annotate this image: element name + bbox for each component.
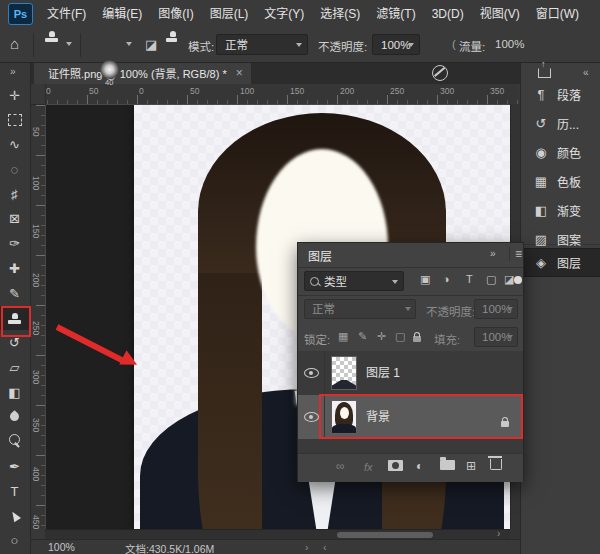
shape-layers-filter-icon[interactable]: ▢ [486,273,496,286]
dock-item-label: 段落 [557,86,581,103]
lock-artboard-icon[interactable]: ▢ [395,330,405,343]
add-layer-mask-icon[interactable] [388,457,403,474]
dock-item-label: 色板 [557,173,581,190]
layer-blend-mode-value: 正常 [312,303,335,315]
search-icon [310,277,319,286]
lasso-tool[interactable]: ∿ [0,133,29,157]
layer-opacity-select[interactable]: 100% [474,299,518,319]
eyedropper-tool[interactable]: ✑ [0,232,29,256]
lock-transparent-icon[interactable]: ▦ [338,330,348,343]
new-group-icon[interactable] [440,456,455,473]
scrollbar-thumb[interactable] [337,532,433,538]
brush-picker-dropdown-icon[interactable] [126,42,132,46]
layer-blend-mode-select[interactable]: 正常 [304,299,416,319]
dock-item-history[interactable]: ↺历... [521,109,600,137]
ellipse-icon: ○ [11,534,19,547]
spot-healing-brush-tool[interactable]: ✚ [0,256,29,280]
status-popup-arrow[interactable]: › [305,541,309,553]
h-ruler-label: 200 [340,86,354,96]
menu-edit[interactable]: 编辑(E) [94,1,150,28]
move-icon: ✛ [9,89,20,102]
visibility-toggle[interactable] [298,351,325,395]
pen-tool[interactable]: ✒ [0,454,29,478]
menu-window[interactable]: 窗口(W) [528,1,587,28]
v-ruler-label: 100 [31,176,41,190]
opacity-select[interactable]: 100% [372,34,420,55]
dock-item-paragraph[interactable]: ¶段落 [521,80,600,108]
type-layers-filter-icon[interactable]: T [466,273,473,285]
eraser-icon: ▱ [10,361,20,374]
ruler-corner [30,84,46,105]
path-selection-tool[interactable] [0,504,29,528]
menu-bar: Ps 文件(F)编辑(E)图像(I)图层(L)文字(Y)选择(S)滤镜(T)3D… [0,0,600,29]
export-icon[interactable] [538,68,551,78]
layer-row-layer1[interactable]: 图层 1 [298,351,523,395]
toggle-brush-settings-icon[interactable]: ◪ [145,37,157,52]
menu-image[interactable]: 图像(I) [150,1,201,28]
h-ruler-label: 0 [46,86,51,96]
lock-all-icon[interactable] [413,332,421,344]
airbrush-icon[interactable] [432,65,448,81]
layers-panel-footer: ∞ fx ◐ ⊞ [298,453,523,482]
toolbar-collapse-icon[interactable]: » [10,66,15,77]
dock-item-swatches[interactable]: ▦色板 [521,167,600,195]
scroll-right-arrow[interactable]: › [497,528,500,539]
background-layer-highlight-box [319,394,523,439]
brush-preview[interactable] [100,60,119,79]
new-adjustment-layer-icon[interactable]: ◐ [416,459,423,473]
smart-objects-filter-icon[interactable]: ◪ [504,273,514,286]
dock-item-color[interactable]: ◉颜色 [521,138,600,166]
adjustment-layers-filter-icon[interactable]: ◑ [443,273,450,285]
menu-file[interactable]: 文件(F) [39,1,94,28]
lock-position-icon[interactable]: ✛ [377,330,386,343]
path-selection-icon [8,509,20,522]
home-icon[interactable]: ⌂ [10,35,19,52]
gradient-tool[interactable]: ◧ [0,380,29,404]
dock-collapse-icon[interactable]: « [583,67,588,78]
layer-fill-select[interactable]: 100% [474,327,518,347]
menu-layer[interactable]: 图层(L) [202,1,257,28]
menu-select[interactable]: 选择(S) [312,1,368,28]
status-zoom-level[interactable]: 100% [48,541,75,553]
dock-item-gradients[interactable]: ◧渐变 [521,196,600,224]
dodge-tool[interactable] [0,430,29,454]
type-tool-tool[interactable]: T [0,479,29,503]
menu-filter[interactable]: 滤镜(T) [368,1,423,28]
layers-panel-tab[interactable]: 图层 [308,247,332,264]
layer-filter-type-select[interactable]: 类型 [304,271,404,291]
dock-item-patterns[interactable]: ▨图案 [521,225,600,253]
blend-mode-select[interactable]: 正常 [216,34,308,55]
layer-effects-icon[interactable]: fx [364,461,373,473]
brush-tool[interactable]: ✎ [0,281,29,305]
options-bar: ⌂ 40 ◪ 模式: 正常 不透明度: 100% ( 流量: 100% [0,28,600,63]
layer-name[interactable]: 图层 1 [366,351,400,395]
link-layers-icon[interactable]: ∞ [336,459,345,473]
layer-thumbnail[interactable] [331,356,357,390]
blur-tool[interactable] [0,405,29,429]
flow-value[interactable]: 100% [495,38,524,50]
document-tab[interactable]: 证件照.png @ 100% (背景, RGB/8) * × [34,62,251,84]
rectangular-marquee-tool[interactable] [0,108,29,132]
v-ruler-label: 350 [31,418,41,432]
menu-type[interactable]: 文字(Y) [256,1,312,28]
panel-menu-icon[interactable]: ≡ [509,247,522,261]
crop-tool[interactable]: ♯ [0,182,29,206]
horizontal-ruler: 050050100150200250300350 [30,84,518,105]
toggle-clone-source-icon[interactable] [166,38,177,42]
menu-view[interactable]: 视图(V) [472,1,528,28]
filter-toggle-icon[interactable] [514,276,522,284]
quick-selection-tool[interactable]: ◌ [0,157,29,181]
move-tool[interactable]: ✛ [0,83,29,107]
panel-collapse-icon[interactable]: » [490,248,495,259]
lock-image-icon[interactable]: ✎ [358,330,367,343]
eraser-tool[interactable]: ▱ [0,355,29,379]
current-tool-icon[interactable] [45,38,58,42]
close-icon[interactable]: × [236,66,243,80]
frame-tool[interactable]: ⊠ [0,207,29,231]
new-layer-icon[interactable]: ⊞ [466,459,476,473]
delete-layer-icon[interactable] [490,454,502,473]
ellipse-tool[interactable]: ○ [0,529,29,553]
tool-preset-dropdown-icon[interactable] [66,42,72,46]
pixel-layers-filter-icon[interactable]: ▣ [420,273,430,286]
menu-3d[interactable]: 3D(D) [424,1,472,28]
